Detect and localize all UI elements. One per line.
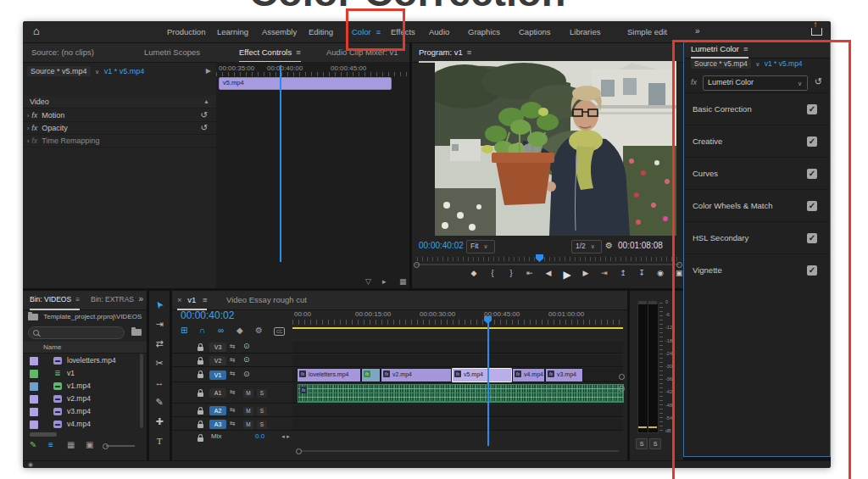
effect-row-motion[interactable]: ›fxMotion↺ <box>23 109 216 122</box>
timeline-clip-adjustment[interactable]: fx <box>361 368 381 382</box>
track-lock-icon[interactable] <box>198 437 203 442</box>
work-area-bar[interactable] <box>292 327 623 329</box>
type-tool[interactable]: T <box>149 436 170 446</box>
workspace-tab-assembly[interactable]: Assembly <box>262 27 297 36</box>
navigate-up-folder-icon[interactable] <box>28 314 38 320</box>
freeform-view-icon[interactable]: ▣ <box>86 440 93 449</box>
workspace-tab-libraries[interactable]: Libraries <box>570 27 600 36</box>
mute-button[interactable]: M <box>243 421 253 429</box>
track-lock-icon[interactable] <box>198 410 203 415</box>
track-lane-a3[interactable] <box>292 419 623 431</box>
track-header-a2[interactable]: A2⇆MS <box>172 405 292 417</box>
timeline-clip-v5-mp4[interactable]: fxv5.mp4 <box>452 368 512 382</box>
mute-button[interactable]: M <box>243 407 253 415</box>
program-timecode[interactable]: 00:00:40:02 <box>419 241 464 250</box>
label-color-swatch[interactable] <box>30 357 38 365</box>
track-header-v2[interactable]: V2⇆⊙ <box>172 355 292 367</box>
chevron-down-icon[interactable]: ∨ <box>95 69 99 75</box>
workspace-tab-captions[interactable]: Captions <box>519 27 551 36</box>
program-scrollbar[interactable] <box>415 264 680 265</box>
lumetri-section-basic-correction[interactable]: Basic Correction✓ <box>684 92 828 125</box>
monitor-settings-icon[interactable]: ⚙ <box>605 241 613 250</box>
linked-selection-icon[interactable]: ∞ <box>218 326 224 335</box>
list-view-icon[interactable]: ≡ <box>48 440 53 449</box>
snap-icon[interactable]: ∩ <box>199 326 205 335</box>
timeline-clip-v3-mp4[interactable]: fxv3.mp4 <box>545 368 583 382</box>
reset-effect-icon[interactable]: ↺ <box>201 109 208 121</box>
track-target-button[interactable]: A2 <box>209 406 226 415</box>
show-timeline-icon[interactable]: ▶ <box>206 65 211 77</box>
track-target-button[interactable]: A3 <box>209 420 226 429</box>
panel-menu-icon[interactable]: ≡ <box>743 44 748 53</box>
panel-tab-lumetri-scopes[interactable]: Lumetri Scopes <box>144 43 200 61</box>
timeline-clip-v2-mp4[interactable]: fxv2.mp4 <box>381 368 452 382</box>
ripple-edit-tool[interactable]: ⇄ <box>149 338 170 349</box>
track-header-v3[interactable]: V3⇆⊙ <box>172 342 292 354</box>
workspace-overflow-button[interactable]: » <box>695 26 700 36</box>
program-monitor-tab[interactable]: Program: v1≡ <box>419 43 471 63</box>
lift-button[interactable]: ↥ <box>615 269 631 277</box>
lumetri-effect-select[interactable]: Lumetri Color ∨ <box>703 75 808 91</box>
mark-in-button[interactable]: { <box>485 269 500 277</box>
bin-horizontal-scrollbar[interactable] <box>30 432 57 437</box>
add-marker-button[interactable]: ◆ <box>466 269 481 277</box>
mark-out-button[interactable]: } <box>504 269 519 277</box>
track-lock-icon[interactable] <box>198 393 203 397</box>
solo-button[interactable]: S <box>257 421 267 429</box>
label-color-swatch[interactable] <box>30 408 38 416</box>
bin-breadcrumb[interactable]: Template_project.prproj\VIDEOS <box>43 313 142 320</box>
section-enabled-checkbox[interactable]: ✓ <box>807 136 817 147</box>
track-lock-icon[interactable] <box>198 360 203 365</box>
workspace-tab-effects[interactable]: Effects <box>391 27 415 36</box>
section-enabled-checkbox[interactable]: ✓ <box>807 104 817 114</box>
program-scrubber[interactable] <box>417 257 678 261</box>
bin-tab-overflow[interactable]: » <box>138 294 143 304</box>
reset-effect-icon[interactable]: ↺ <box>201 122 208 134</box>
sync-lock-icon[interactable]: ⇆ <box>230 343 236 350</box>
bin-column-header[interactable]: Name <box>43 343 61 351</box>
timeline-scrollbar-knob[interactable] <box>296 448 302 454</box>
track-output-eye-icon[interactable]: ⊙ <box>243 342 250 350</box>
comparison-view-button[interactable]: ▣ <box>671 269 683 277</box>
effect-row-opacity[interactable]: ›fxOpacity↺ <box>23 122 216 135</box>
lumetri-section-vignette[interactable]: Vignette✓ <box>684 253 828 287</box>
pen-tool[interactable]: ✎ <box>149 397 170 408</box>
bin-vertical-scrollbar[interactable] <box>140 354 143 428</box>
hand-tool[interactable]: ✚ <box>149 416 170 427</box>
workspace-tab-audio[interactable]: Audio <box>429 27 449 36</box>
step-back-button[interactable]: ◀ <box>541 269 556 277</box>
panel-menu-icon[interactable]: ≡ <box>467 47 472 57</box>
track-header-a1[interactable]: A1⇆MS <box>172 383 292 404</box>
playback-resolution-select[interactable]: 1/2∨ <box>571 240 602 253</box>
track-lock-icon[interactable] <box>198 424 203 428</box>
bin-search-input[interactable] <box>28 326 125 339</box>
step-forward-button[interactable]: ▶ <box>578 269 593 277</box>
reset-effect-icon[interactable]: ↺ <box>815 76 822 87</box>
panel-tab-effect-controls[interactable]: Effect Controls≡ <box>239 43 301 63</box>
go-to-out-button[interactable]: ⇥ <box>597 269 612 277</box>
export-frame-button[interactable]: ◉ <box>653 269 668 277</box>
edit-pencil-icon[interactable]: ✎ <box>30 440 36 449</box>
chevron-down-icon[interactable]: ∨ <box>755 61 760 67</box>
timeline-audio-clip[interactable]: fx <box>297 383 625 404</box>
label-color-swatch[interactable] <box>30 421 38 429</box>
bin-item-v1[interactable]: ≣v1 <box>23 367 142 380</box>
track-target-button[interactable]: V3 <box>209 343 226 352</box>
mix-level-value[interactable]: 0.0 <box>255 432 264 440</box>
track-resize-knob-audio[interactable] <box>619 386 625 392</box>
timeline-clip-loveletters-mp4[interactable]: fxloveletters.mp4 <box>297 368 361 382</box>
solo-button[interactable]: S <box>257 389 267 398</box>
section-enabled-checkbox[interactable]: ✓ <box>807 201 817 211</box>
new-bin-icon[interactable] <box>131 329 142 336</box>
home-button[interactable]: ⌂ <box>33 25 40 37</box>
track-select-forward-tool[interactable]: ⇥ <box>149 319 170 330</box>
panel-tab-source-no-clips[interactable]: Source: (no clips) <box>31 43 94 61</box>
scrollbar-knob-left[interactable] <box>414 262 420 268</box>
timeline-playhead[interactable] <box>487 319 489 446</box>
disclosure-icon[interactable]: › <box>27 138 29 144</box>
bin-tab-bin-extras[interactable]: Bin: EXTRAS <box>91 291 134 309</box>
filter-keyframes-icon[interactable]: ▽ <box>365 277 371 286</box>
track-lock-icon[interactable] <box>198 347 203 351</box>
timeline-timecode[interactable]: 00:00:40:02 <box>181 309 234 321</box>
effect-controls-playhead[interactable] <box>280 65 281 262</box>
